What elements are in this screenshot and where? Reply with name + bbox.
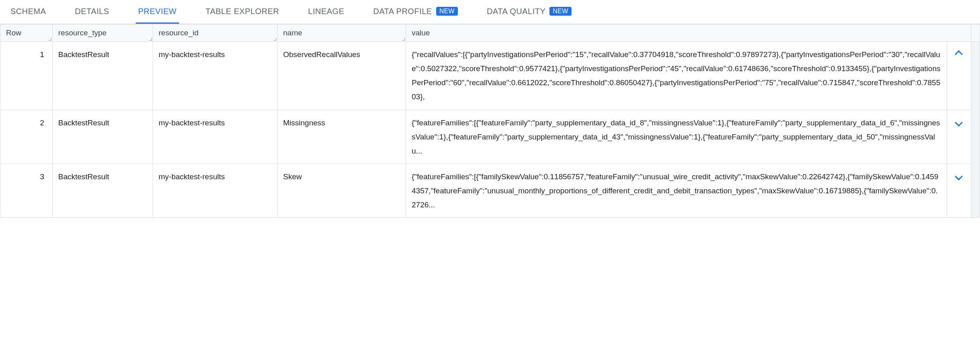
table-header-row: Row resource_type resource_id name value [0, 25, 980, 42]
column-resize-handle[interactable] [402, 25, 406, 41]
cell-resource-type: BacktestResult [53, 110, 153, 164]
tab-preview[interactable]: PREVIEW [136, 0, 179, 24]
cell-name: ObservedRecallValues [278, 42, 406, 110]
cell-expand-toggle[interactable] [947, 164, 971, 217]
chevron-up-icon [955, 50, 963, 58]
col-header-value[interactable]: value [406, 25, 971, 42]
preview-table: Row resource_type resource_id name value… [0, 24, 980, 218]
cell-name: Missingness [278, 110, 406, 164]
cell-expand-toggle[interactable] [947, 42, 971, 110]
cell-expand-toggle[interactable] [947, 110, 971, 164]
tab-table-explorer[interactable]: TABLE EXPLORER [203, 0, 282, 24]
tab-data-profile[interactable]: DATA PROFILE NEW [371, 0, 460, 24]
cell-row-number: 3 [0, 164, 53, 217]
chevron-down-icon [955, 119, 963, 127]
column-resize-handle[interactable] [149, 25, 153, 41]
col-header-row[interactable]: Row [0, 25, 53, 42]
tab-bar: SCHEMA DETAILS PREVIEW TABLE EXPLORER LI… [0, 0, 980, 24]
cell-resource-type: BacktestResult [53, 164, 153, 217]
chevron-down-icon [955, 172, 963, 180]
table-row: 2 BacktestResult my-backtest-results Mis… [0, 110, 980, 164]
table-row: 1 BacktestResult my-backtest-results Obs… [0, 42, 980, 110]
column-resize-handle[interactable] [48, 25, 52, 41]
cell-resource-type: BacktestResult [53, 42, 153, 110]
vertical-scrollbar-track[interactable] [971, 25, 980, 42]
cell-resource-id: my-backtest-results [153, 110, 278, 164]
cell-value: {"featureFamilies":[{"familySkewValue":0… [406, 164, 947, 217]
new-badge: NEW [549, 7, 571, 16]
cell-row-number: 1 [0, 42, 53, 110]
col-header-name[interactable]: name [278, 25, 406, 42]
new-badge: NEW [436, 7, 458, 16]
cell-resource-id: my-backtest-results [153, 42, 278, 110]
cell-value: {"featureFamilies":[{"featureFamily":"pa… [406, 110, 947, 164]
col-header-resource-id[interactable]: resource_id [153, 25, 278, 42]
tab-data-quality[interactable]: DATA QUALITY NEW [484, 0, 574, 24]
cell-row-number: 2 [0, 110, 53, 164]
cell-resource-id: my-backtest-results [153, 164, 278, 217]
column-resize-handle[interactable] [273, 25, 277, 41]
tab-lineage[interactable]: LINEAGE [306, 0, 347, 24]
cell-value: {"recallValues":[{"partyInvestigationsPe… [406, 42, 947, 110]
vertical-scrollbar-track[interactable] [971, 42, 980, 218]
tab-details[interactable]: DETAILS [73, 0, 112, 24]
col-header-resource-type[interactable]: resource_type [53, 25, 153, 42]
tab-schema[interactable]: SCHEMA [8, 0, 49, 24]
table-row: 3 BacktestResult my-backtest-results Ske… [0, 164, 980, 217]
cell-name: Skew [278, 164, 406, 217]
